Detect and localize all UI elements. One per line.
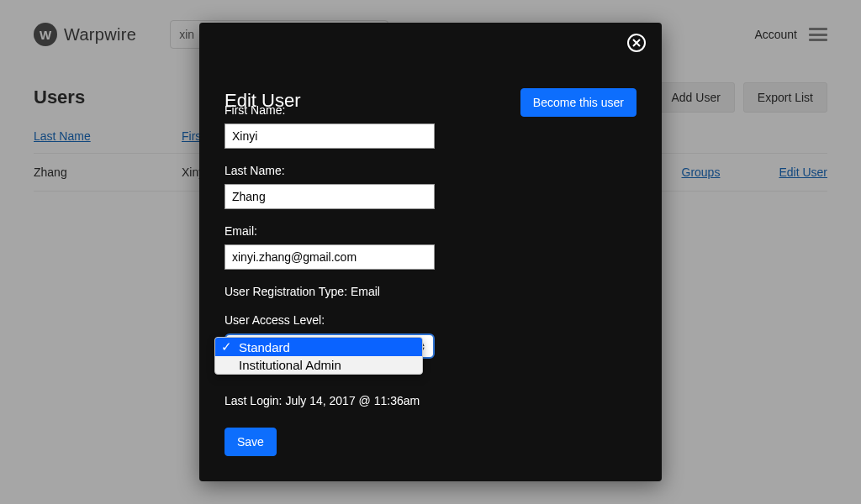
edit-user-form: First Name: Last Name: Email: User Regis… (199, 103, 662, 456)
label-access-level: User Access Level: (224, 313, 637, 327)
last-login-value: July 14, 2017 @ 11:36am (285, 394, 420, 407)
last-name-input[interactable] (224, 184, 435, 209)
label-last-name: Last Name: (224, 164, 637, 177)
option-standard[interactable]: ✓ Standard (215, 338, 422, 356)
save-button[interactable]: Save (224, 428, 277, 456)
option-admin-label: Institutional Admin (239, 358, 341, 372)
modal-title: Edit User (224, 90, 300, 112)
check-icon: ✓ (220, 339, 232, 354)
page-root: W Warpwire Account Users Add User Export… (0, 0, 861, 504)
label-registration-type: User Registration Type: (224, 285, 347, 298)
access-level-dropdown: ✓ Standard Institutional Admin (214, 337, 423, 375)
access-level-select[interactable]: ▲▼ ✓ Standard Institutional Admin (224, 333, 435, 359)
edit-user-modal: Edit User Become this user First Name: L… (199, 23, 662, 481)
registration-type-line: User Registration Type: Email (224, 285, 637, 298)
become-this-user-button[interactable]: Become this user (520, 88, 637, 117)
first-name-input[interactable] (224, 123, 435, 149)
registration-type-value: Email (351, 285, 380, 298)
option-institutional-admin[interactable]: Institutional Admin (215, 356, 422, 374)
last-login-line: Last Login: July 14, 2017 @ 11:36am (224, 394, 637, 407)
label-email: Email: (224, 224, 637, 238)
email-input[interactable] (224, 244, 435, 270)
label-last-login: Last Login: (224, 394, 283, 407)
option-standard-label: Standard (239, 340, 290, 354)
close-icon[interactable] (626, 33, 647, 53)
